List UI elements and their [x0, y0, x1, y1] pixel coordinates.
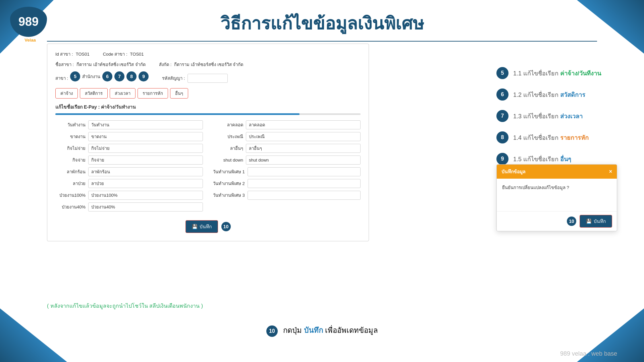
input-lapuai[interactable]	[88, 179, 203, 188]
tab-kajang[interactable]: ค่าจ้าง	[55, 88, 78, 99]
tab-suangwela[interactable]: ส่วงเวลา	[110, 88, 136, 99]
field-label-shutdown: shut down	[213, 158, 243, 163]
input-special2[interactable]	[248, 179, 361, 188]
modal-title: บันทึกข้อมูล	[501, 168, 526, 175]
right-step-circle-5: 5	[496, 67, 508, 79]
id-label: Id สาขา :	[55, 51, 73, 58]
branch-label: สาขา :	[55, 75, 68, 82]
right-panel: 5 1.1 แก้ไขชื่อเรียก ค่าจ้าง/วันทีงาน 6 …	[496, 67, 617, 174]
tab-other[interactable]: อื่นๆ	[170, 88, 188, 99]
step-6[interactable]: 6	[102, 71, 112, 81]
field-lapakron: ลาพักร้อน	[55, 167, 203, 176]
right-step-9: 9 1.5 แก้ไขชื่อเรียก อื่นๆ	[496, 153, 617, 165]
bottom-step-post: เพื่ออัพเดทข้อมูล	[325, 326, 378, 335]
tab-sawatdikarn[interactable]: สวัสดิการ	[80, 88, 108, 99]
input-khadngaan[interactable]	[88, 132, 203, 141]
field-special2: วันทำงานพิเศษ 2	[213, 179, 361, 188]
input-prapenee[interactable]	[246, 132, 361, 141]
tab-row: ค่าจ้าง สวัสดิการ ส่วงเวลา รายการหัก อื่…	[55, 88, 361, 99]
logo-number: 989	[18, 16, 39, 28]
input-puai40[interactable]	[88, 202, 203, 212]
field-khadngaan: ขาดงาน	[55, 132, 203, 141]
field-label-puai40: ป่วยงาน40%	[55, 203, 86, 210]
bottom-step-badge: 10	[266, 325, 278, 337]
step-5[interactable]: 5	[70, 71, 80, 81]
logo: 989 Velaa	[10, 7, 50, 40]
field-label-wantamngaan: วันทำงาน	[55, 121, 86, 128]
save-row: 💾 บันทึก 10	[55, 220, 361, 233]
right-step-circle-7: 7	[496, 110, 508, 122]
field-label-laeun: ลาอื่นๆ	[213, 145, 243, 152]
code-value: TOS01	[130, 52, 144, 57]
right-step-circle-8: 8	[496, 131, 508, 143]
field-kitmajai: กิจไม่จ่าย	[55, 144, 203, 153]
field-label-lapakron: ลาพักร้อน	[55, 168, 86, 175]
right-step-6: 6 1.2 แก้ไขชื่อเรียก สวัสดิการ	[496, 88, 617, 101]
modal-save-button[interactable]: 💾 บันทึก	[580, 215, 612, 228]
step-8[interactable]: 8	[126, 71, 137, 81]
field-label-prapenee: ประเพณี	[213, 133, 243, 140]
right-step-circle-9: 9	[496, 153, 508, 165]
right-step-circle-6: 6	[496, 88, 508, 101]
step-7[interactable]: 7	[114, 71, 124, 81]
progress-track	[55, 113, 361, 115]
input-laklod[interactable]	[246, 120, 361, 129]
input-kitjai[interactable]	[88, 156, 203, 165]
bottom-step-highlight: บันทึก	[304, 326, 323, 335]
page-title: วิธีการแก้ไขข้อมูลเงินพิเศษ	[0, 9, 644, 37]
modal-save-label: บันทึก	[594, 218, 606, 225]
right-step-text-7: 1.3 แก้ไขชื่อเรียก ส่วงเวลา	[513, 111, 583, 121]
lungsit-value: กีตาราม เอ้าท์ซอร์สซิ่ง เซอร์วิส จำกัด	[174, 61, 243, 68]
name-value: กีตาราม เอ้าท์ซอร์สซิ่ง เซอร์วิส จำกัด	[76, 61, 146, 68]
id-value: TOS01	[76, 52, 90, 57]
modal-header: บันทึกข้อมูล ×	[497, 165, 617, 179]
field-wantamngaan: วันทำงาน	[55, 120, 203, 129]
modal-body: ยืนยันการเปลี่ยนแปลงแก้ไขข้อมูล ?	[497, 179, 617, 211]
modal-close-icon[interactable]: ×	[609, 169, 612, 175]
password-input[interactable]	[187, 74, 228, 83]
input-special3[interactable]	[248, 191, 361, 200]
bottom-step-pre: กดปุ่ม	[283, 326, 304, 335]
lungsit-label: สังกัด :	[159, 61, 171, 68]
bottom-note: ( หลังจากแก้ไขแล้วข้อมูลจะถูกนำไปโชว์ใน …	[47, 302, 203, 310]
input-special1[interactable]	[248, 167, 361, 176]
name-label: ชื่อสาขา :	[55, 61, 74, 68]
input-kitmajai[interactable]	[88, 144, 203, 153]
right-step-text-5: 1.1 แก้ไขชื่อเรียก ค่าจ้าง/วันทีงาน	[513, 68, 601, 78]
watermark: 989 velaa : web base	[560, 350, 617, 357]
step-10-badge: 10	[221, 222, 231, 231]
right-step-8: 8 1.4 แก้ไขชื่อเรียก รายการหัก	[496, 131, 617, 143]
form-grid: วันทำงาน ขาดงาน กิจไม่จ่าย กิจจ่าย ลาพัก…	[55, 120, 361, 214]
modal-confirm-text: ยืนยันการเปลี่ยนแปลงแก้ไขข้อมูล ?	[502, 185, 569, 190]
logo-brand: Velaa	[10, 38, 50, 43]
field-label-special1: วันทำงานพิเศษ 1	[213, 168, 245, 175]
section-title: แก้ไขชื่อเรียก E-Pay : ค่าจ้าง/วันทำงาน	[55, 103, 361, 111]
field-label-special3: วันทำงานพิเศษ 3	[213, 192, 245, 199]
right-step-text-9: 1.5 แก้ไขชื่อเรียก อื่นๆ	[513, 154, 571, 164]
input-laeun[interactable]	[246, 144, 361, 153]
field-laklod: ลาคลอด	[213, 120, 361, 129]
input-puai100[interactable]	[88, 191, 203, 200]
input-wantamngaan[interactable]	[88, 120, 203, 129]
modal-step-badge: 10	[567, 217, 576, 226]
field-label-lapuai: ลาป่วย	[55, 180, 86, 187]
field-prapenee: ประเพณี	[213, 132, 361, 141]
step-9[interactable]: 9	[139, 71, 149, 81]
bottom-step-row: 10 กดปุ่ม บันทึก เพื่ออัพเดทข้อมูล	[0, 324, 644, 337]
field-kitjai: กิจจ่าย	[55, 156, 203, 165]
input-shutdown[interactable]	[246, 156, 361, 165]
step-office-label: สำนักงาน	[82, 73, 100, 80]
save-icon: 💾	[192, 224, 198, 229]
input-lapakron[interactable]	[88, 167, 203, 176]
main-form: Id สาขา : TOS01 Code สาขา : TOS01 ชื่อสา…	[47, 44, 369, 241]
right-step-text-8: 1.4 แก้ไขชื่อเรียก รายการหัก	[513, 133, 589, 142]
field-shutdown: shut down	[213, 156, 361, 165]
save-button[interactable]: 💾 บันทึก	[185, 220, 218, 233]
divider	[47, 41, 597, 42]
modal-box: บันทึกข้อมูล × ยืนยันการเปลี่ยนแปลงแก้ไข…	[496, 164, 617, 231]
field-puai40: ป่วยงาน40%	[55, 202, 203, 212]
field-special1: วันทำงานพิเศษ 1	[213, 167, 361, 176]
tab-raikannak[interactable]: รายการหัก	[138, 88, 168, 99]
right-step-7: 7 1.3 แก้ไขชื่อเรียก ส่วงเวลา	[496, 110, 617, 122]
field-laeun: ลาอื่นๆ	[213, 144, 361, 153]
